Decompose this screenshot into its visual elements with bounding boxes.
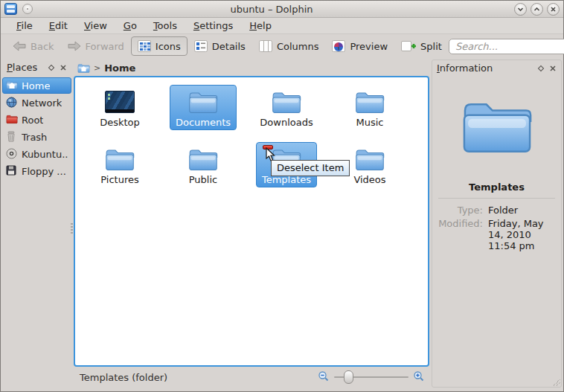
place-label: Kubuntu... — [22, 149, 68, 160]
trash-icon — [6, 131, 18, 143]
selected-item-name: Templates — [432, 181, 561, 193]
folder-icon — [104, 147, 135, 172]
places-float-button[interactable] — [46, 62, 57, 73]
status-bar: Templates (folder) — [74, 367, 429, 388]
slider-handle[interactable] — [344, 370, 353, 384]
tooltip-text: Deselect Item — [277, 162, 344, 173]
folder-view[interactable]: Desktop Documents Downloads — [74, 76, 429, 367]
places-list: Home Network Root — [2, 77, 71, 179]
details-label: Details — [212, 41, 246, 52]
panel-splitter[interactable] — [71, 223, 73, 234]
menu-bar: File Edit View Go Tools Settings Help — [1, 18, 563, 34]
zoom-in-button[interactable] — [413, 370, 425, 385]
columns-label: Columns — [277, 41, 319, 52]
split-button[interactable]: Split — [394, 36, 449, 56]
menu-go-label: o — [131, 20, 137, 31]
folder-label: Downloads — [260, 117, 313, 128]
close-button[interactable] — [547, 3, 560, 16]
folder-label: Videos — [353, 174, 385, 185]
content-area: Places Home Network — [1, 58, 563, 391]
menu-view[interactable]: View — [76, 19, 115, 33]
split-icon — [401, 40, 416, 52]
icons-label: Icons — [156, 41, 181, 52]
tooltip: Deselect Item — [271, 160, 350, 176]
folder-icon — [271, 89, 302, 115]
place-kubuntu-disc[interactable]: Kubuntu... — [2, 146, 71, 162]
information-header: Information — [432, 60, 561, 76]
back-label: Back — [31, 41, 54, 52]
split-label: Split — [420, 41, 442, 52]
breadcrumb: > Home — [74, 60, 429, 76]
folder-item-templates[interactable]: Templates Deselect Item — [245, 142, 328, 187]
place-label: Floppy ... — [22, 166, 66, 177]
minimize-button[interactable] — [514, 3, 527, 16]
search-input[interactable] — [449, 39, 564, 54]
place-trash[interactable]: Trash — [2, 129, 71, 145]
places-close-button[interactable] — [58, 62, 68, 73]
forward-button[interactable]: Forward — [61, 37, 131, 56]
menu-edit-label: dit — [55, 20, 68, 31]
folder-item-documents[interactable]: Documents — [161, 85, 245, 130]
preview-button[interactable]: Preview — [325, 36, 394, 56]
breadcrumb-location[interactable]: Home — [104, 62, 135, 74]
places-title: Places — [7, 62, 45, 73]
title-bar: ubuntu – Dolphin — [1, 1, 563, 18]
menu-help-accel: H — [249, 20, 257, 31]
folder-item-public[interactable]: Public — [161, 142, 245, 187]
icons-view-button[interactable]: Icons — [131, 36, 188, 56]
places-header: Places — [2, 60, 71, 75]
information-float-button[interactable] — [536, 63, 546, 74]
information-close-button[interactable] — [548, 63, 558, 74]
folder-item-desktop[interactable]: Desktop — [78, 85, 161, 130]
menu-settings[interactable]: Settings — [185, 19, 241, 33]
menu-edit[interactable]: Edit — [41, 19, 76, 33]
folder-item-pictures[interactable]: Pictures — [78, 142, 161, 187]
place-floppy[interactable]: Floppy ... — [2, 163, 71, 179]
back-arrow-icon — [13, 41, 26, 51]
menu-go-accel: G — [124, 20, 131, 31]
menu-file-label: ile — [22, 20, 33, 31]
details-view-icon — [194, 40, 208, 52]
menu-tools[interactable]: Tools — [145, 19, 185, 33]
type-label: Type: — [437, 205, 483, 216]
sticky-window-button[interactable] — [22, 4, 33, 14]
folder-item-downloads[interactable]: Downloads — [245, 85, 328, 130]
place-label: Trash — [22, 132, 47, 143]
folder-label: Music — [356, 117, 384, 128]
dolphin-app-icon[interactable] — [4, 3, 17, 15]
folder-label: Public — [189, 174, 217, 185]
back-button[interactable]: Back — [6, 37, 61, 56]
divider — [438, 198, 555, 199]
folder-item-music[interactable]: Music — [328, 85, 411, 130]
place-network[interactable]: Network — [2, 94, 71, 111]
columns-view-button[interactable]: Columns — [252, 36, 326, 56]
zoom-out-button[interactable] — [318, 370, 330, 385]
preview-icon — [332, 40, 345, 52]
maximize-button[interactable] — [531, 3, 543, 16]
forward-arrow-icon — [68, 41, 81, 51]
close-icon — [550, 65, 556, 71]
folder-icon — [188, 89, 219, 115]
menu-help[interactable]: Help — [241, 19, 280, 33]
close-icon — [60, 65, 66, 71]
place-root[interactable]: Root — [2, 112, 71, 128]
menu-file[interactable]: File — [8, 19, 41, 33]
menu-go[interactable]: Go — [115, 19, 145, 33]
breadcrumb-home-icon[interactable] — [77, 62, 90, 74]
information-body: Templates Type: Folder Modified: Friday,… — [432, 76, 561, 387]
network-globe-icon — [6, 97, 18, 109]
disc-icon — [6, 148, 18, 160]
menu-view-label: iew — [91, 20, 107, 31]
details-view-button[interactable]: Details — [188, 36, 252, 56]
place-label: Home — [22, 80, 50, 91]
menu-help-label: elp — [257, 20, 272, 31]
menu-tools-label: ools — [158, 20, 177, 31]
zoom-slider[interactable] — [334, 370, 408, 385]
forward-label: Forward — [86, 41, 124, 52]
information-panel: Information Templates Type: Folder Modif… — [432, 60, 562, 388]
resize-grip[interactable] — [553, 379, 560, 386]
information-title: Information — [437, 62, 534, 74]
modified-value: Friday, May 14, 2010 11:54 pm — [488, 218, 557, 251]
floppy-icon — [6, 165, 18, 177]
place-home[interactable]: Home — [2, 77, 71, 94]
